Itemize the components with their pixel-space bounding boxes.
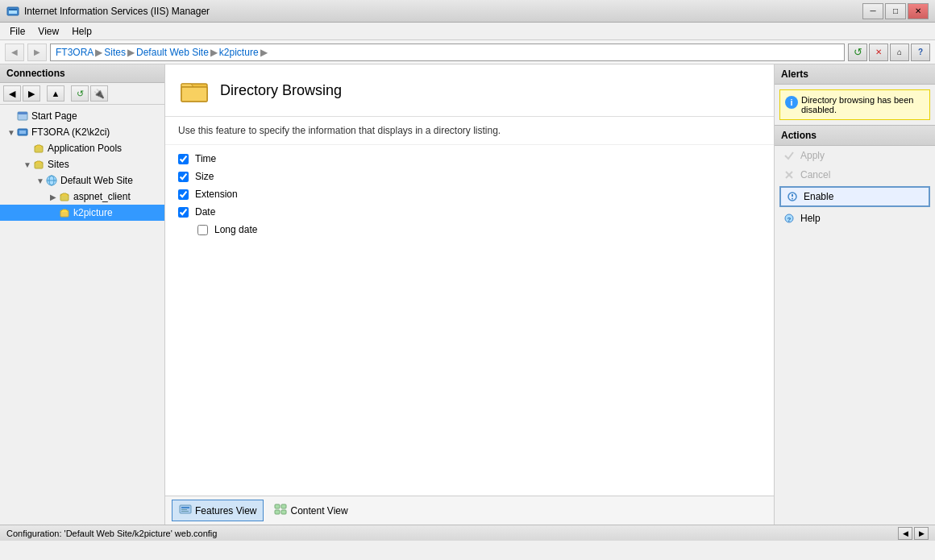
- svg-text:?: ?: [787, 216, 792, 223]
- app-icon: [6, 5, 19, 18]
- start-page-label: Start Page: [31, 110, 77, 122]
- checkbox-date-label[interactable]: Date: [195, 206, 215, 218]
- address-path: FT3ORA ▶ Sites ▶ Default Web Site ▶ k2pi…: [50, 44, 845, 61]
- stop-button[interactable]: ✕: [869, 44, 888, 61]
- conn-back-btn[interactable]: ◀: [3, 85, 21, 102]
- svg-rect-21: [281, 504, 286, 508]
- title-bar: Internet Information Services (IIS) Mana…: [0, 0, 935, 23]
- home-button[interactable]: ⌂: [890, 44, 909, 61]
- address-bar: ◀ ▶ FT3ORA ▶ Sites ▶ Default Web Site ▶ …: [0, 40, 935, 64]
- refresh-button[interactable]: ↺: [848, 44, 867, 61]
- start-page-icon: [16, 110, 29, 122]
- checkbox-time-input[interactable]: [178, 154, 189, 164]
- connections-toolbar: ◀ ▶ ▲ ↺ 🔌: [0, 83, 164, 105]
- path-part-1: FT3ORA: [56, 47, 94, 58]
- toggle-default-web-site[interactable]: ▼: [35, 176, 45, 185]
- connections-panel: Connections ◀ ▶ ▲ ↺ 🔌 Start Page: [0, 64, 165, 525]
- checkbox-extension-label[interactable]: Extension: [195, 189, 238, 200]
- svg-rect-23: [281, 510, 286, 514]
- action-enable[interactable]: Enable: [779, 186, 930, 207]
- checkbox-date-input[interactable]: [178, 207, 189, 218]
- content-view-button[interactable]: Content View: [267, 500, 355, 521]
- checkbox-long-date: Long date: [197, 224, 761, 235]
- tree-item-k2picture[interactable]: k2picture: [0, 205, 164, 221]
- checkbox-extension: Extension: [178, 189, 761, 200]
- checkbox-date: Date: [178, 206, 761, 218]
- path-part-4: k2picture: [219, 47, 259, 58]
- menu-bar: File View Help: [0, 23, 935, 40]
- toggle-sites[interactable]: ▼: [23, 160, 32, 169]
- features-view-icon: [179, 503, 192, 518]
- content-area: Directory Browsing Use this feature to s…: [165, 64, 774, 525]
- checkbox-long-date-input[interactable]: [197, 225, 208, 235]
- conn-connect-btn[interactable]: 🔌: [90, 85, 108, 102]
- conn-up-btn[interactable]: ▲: [47, 85, 64, 102]
- path-part-2: Sites: [104, 47, 126, 58]
- path-sep-2: ▶: [127, 47, 135, 58]
- path-sep-1: ▶: [95, 47, 102, 58]
- tree-item-default-web-site[interactable]: ▼ Default Web Site: [0, 172, 164, 189]
- status-bar: Configuration: 'Default Web Site/k2pictu…: [0, 525, 935, 541]
- tree-item-app-pools[interactable]: Application Pools: [0, 140, 164, 156]
- cancel-icon: [783, 168, 796, 181]
- menu-help[interactable]: Help: [65, 24, 98, 39]
- checkbox-size: Size: [178, 171, 761, 182]
- connections-header: Connections: [0, 64, 164, 83]
- path-sep-3: ▶: [210, 47, 218, 58]
- feature-header: Directory Browsing: [165, 64, 774, 117]
- menu-file[interactable]: File: [3, 24, 31, 39]
- checkbox-size-label[interactable]: Size: [195, 171, 214, 182]
- path-sep-4: ▶: [260, 47, 268, 58]
- action-cancel: Cancel: [775, 165, 935, 185]
- tree-item-start-page[interactable]: Start Page: [0, 108, 164, 124]
- toggle-ft3ora[interactable]: ▼: [6, 128, 16, 137]
- svg-rect-6: [19, 131, 26, 134]
- checkbox-time: Time: [178, 153, 761, 164]
- svg-rect-20: [275, 504, 280, 508]
- checkbox-time-label[interactable]: Time: [195, 153, 216, 164]
- default-web-site-label: Default Web Site: [60, 175, 133, 186]
- status-btn-1[interactable]: ◀: [898, 527, 912, 540]
- feature-description: Use this feature to specify the informat…: [165, 117, 774, 145]
- help-addr-button[interactable]: ?: [911, 44, 930, 61]
- content-view-icon: [274, 503, 287, 518]
- forward-button[interactable]: ▶: [27, 44, 47, 61]
- sites-icon: [32, 158, 45, 171]
- svg-rect-18: [181, 509, 187, 510]
- k2picture-label: k2picture: [73, 207, 113, 218]
- tree-item-aspnet-client[interactable]: ▶ aspnet_client: [0, 189, 164, 205]
- conn-forward-btn[interactable]: ▶: [23, 85, 40, 102]
- info-icon: i: [785, 96, 798, 109]
- checkbox-size-input[interactable]: [178, 172, 189, 182]
- actions-panel: Alerts i Directory browsing has been dis…: [774, 64, 935, 525]
- enable-label: Enable: [804, 191, 833, 202]
- checkbox-extension-input[interactable]: [178, 189, 189, 200]
- app-pools-icon: [32, 142, 45, 155]
- alert-message: Directory browsing has been disabled.: [801, 95, 925, 114]
- maximize-button[interactable]: □: [885, 3, 906, 19]
- sites-label: Sites: [48, 159, 69, 170]
- toggle-aspnet-client[interactable]: ▶: [48, 193, 58, 201]
- svg-rect-4: [18, 112, 27, 114]
- conn-refresh-btn[interactable]: ↺: [71, 85, 89, 102]
- close-button[interactable]: ✕: [908, 3, 929, 19]
- checkbox-long-date-label[interactable]: Long date: [214, 224, 257, 235]
- status-btn-2[interactable]: ▶: [914, 527, 929, 540]
- content-view-label: Content View: [290, 505, 347, 516]
- action-help[interactable]: ? Help: [775, 209, 935, 228]
- window-title: Internet Information Services (IIS) Mana…: [24, 6, 862, 17]
- help-icon: ?: [783, 212, 796, 225]
- main-layout: Connections ◀ ▶ ▲ ↺ 🔌 Start Page: [0, 64, 935, 525]
- minimize-button[interactable]: ─: [862, 3, 883, 19]
- back-button[interactable]: ◀: [5, 44, 24, 61]
- tree-item-ft3ora[interactable]: ▼ FT3ORA (K2\k2ci): [0, 124, 164, 140]
- apply-label: Apply: [800, 150, 825, 161]
- feature-content: Time Size Extension Date Long date: [165, 145, 774, 496]
- ft3ora-icon: [16, 126, 29, 139]
- cancel-label: Cancel: [800, 169, 830, 180]
- features-view-button[interactable]: Features View: [172, 500, 264, 521]
- tree-item-sites[interactable]: ▼ Sites: [0, 156, 164, 172]
- ft3ora-label: FT3ORA (K2\k2ci): [31, 127, 110, 138]
- menu-view[interactable]: View: [31, 24, 65, 39]
- k2picture-icon: [58, 206, 71, 219]
